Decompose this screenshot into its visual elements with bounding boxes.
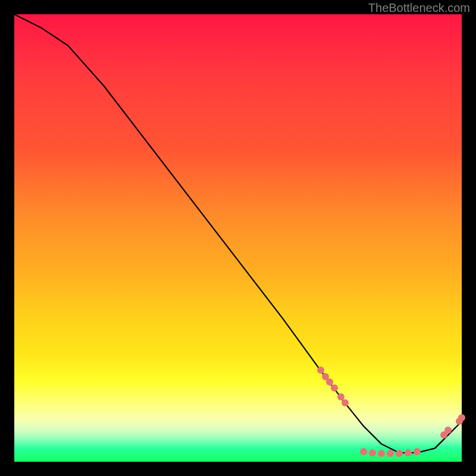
highlight-marker: [387, 450, 394, 457]
highlight-marker: [458, 414, 465, 421]
chart-frame: TheBottleneck.com: [0, 0, 476, 476]
plot-area: [14, 14, 462, 462]
highlight-marker: [405, 449, 412, 456]
curve-path: [14, 14, 462, 453]
watermark-text: TheBottleneck.com: [368, 1, 470, 15]
highlight-marker: [369, 449, 376, 456]
highlight-marker: [331, 384, 338, 392]
highlight-marker: [396, 450, 403, 457]
highlight-marker: [360, 448, 367, 455]
highlight-marker: [378, 450, 385, 457]
bottleneck-curve: [14, 14, 462, 462]
highlight-marker: [317, 367, 324, 374]
